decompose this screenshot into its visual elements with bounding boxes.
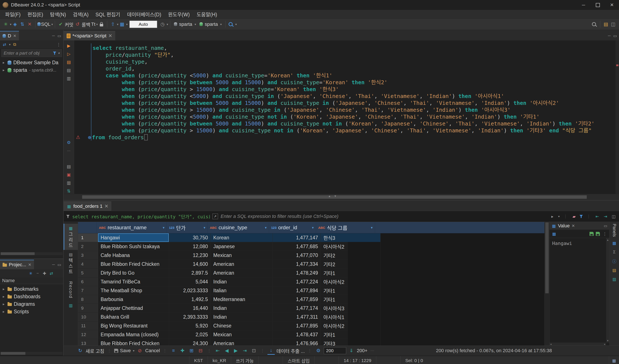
column-filter-icon[interactable]: ▾	[371, 226, 373, 230]
editor-canvas[interactable]: ⚠ select restaurant_name, price/quantity…	[74, 40, 616, 194]
code-line[interactable]: order_id,	[93, 65, 594, 72]
code-area[interactable]: select restaurant_name, price/quantity "…	[93, 45, 594, 141]
link-with-editor-icon[interactable]: ⧉	[12, 42, 17, 47]
column-header-4[interactable]: ABC식당 그룹▾	[316, 222, 375, 233]
column-filter-icon[interactable]: ▾	[312, 226, 314, 230]
first-row-icon[interactable]: ⇤	[214, 347, 222, 354]
collapse-all-icon[interactable]: ⇄	[2, 42, 7, 47]
timezone-indicator[interactable]: KST	[189, 356, 208, 364]
maximize-panel-icon[interactable]: ▭	[57, 34, 61, 38]
chevron-down-icon[interactable]: ▾	[9, 43, 11, 46]
code-line[interactable]: when (price/quantity between 5000 and 15…	[93, 120, 594, 127]
expand-chevron-icon[interactable]: ▸	[2, 68, 6, 72]
table-cell[interactable]: Mexican	[211, 251, 273, 260]
write-mode-indicator[interactable]: 쓰기 가능	[231, 356, 258, 364]
table-cell[interactable]: American	[211, 269, 273, 277]
grid-icon[interactable]: ▦	[118, 21, 126, 28]
table-cell[interactable]: Japanese	[211, 242, 273, 251]
tree-item-sparta[interactable]: ▸sparta - sparta.cbt9...	[0, 67, 63, 74]
value-format-icon[interactable]: ▦	[551, 231, 557, 237]
table-cell[interactable]: Blue Ribbon Fried Chicken	[98, 260, 169, 268]
search-icon[interactable]	[591, 21, 598, 28]
value-hscrollbar[interactable]: ◀▶	[549, 342, 606, 346]
filter-sql-text[interactable]: select restaurant_name, price/quantity "…	[72, 213, 210, 220]
sync-icon[interactable]: ⇅	[19, 21, 26, 28]
scroll-up-icon[interactable]: ▲	[607, 239, 608, 241]
row-number[interactable]: 6	[78, 277, 98, 286]
table-row[interactable]: 4Blue Ribbon Fried Chicken14,600American…	[78, 260, 348, 269]
execute-new-tab-icon[interactable]: ▷	[66, 51, 72, 57]
value-content[interactable]: Hangawi ▲▼ ◀▶	[549, 238, 609, 346]
table-cell[interactable]: Blue Ribbon Fried Chicken	[98, 339, 169, 346]
projects-name-header[interactable]: Name	[0, 277, 63, 284]
table-cell[interactable]: 아시아식2	[321, 322, 380, 330]
table-cell[interactable]: Mediterranean	[211, 295, 273, 304]
export-icon[interactable]: ⇧	[109, 21, 116, 28]
chevron-down-icon[interactable]: ▾	[96, 23, 98, 26]
expand-chevron-icon[interactable]: ▸	[2, 310, 6, 314]
table-cell[interactable]: 14,600	[169, 260, 211, 268]
table-cell[interactable]: 1,478,437	[273, 330, 321, 339]
table-row[interactable]: 3Cafe Habana12,230Mexican1,477,070기타2	[78, 251, 348, 260]
table-cell[interactable]: Indian	[211, 313, 273, 321]
table-row[interactable]: 8Barbounia1,492.5Mediterranean1,477,859기…	[78, 295, 348, 304]
row-number[interactable]: 3	[78, 251, 98, 260]
table-cell[interactable]: 1,477,334	[273, 260, 321, 268]
doc-error-icon[interactable]: ▣	[66, 172, 72, 178]
maximize-editor-icon[interactable]: ▭	[613, 34, 617, 38]
table-cell[interactable]: 5,044	[169, 277, 211, 286]
menu-item[interactable]: 데이터베이스(D)	[124, 10, 165, 18]
caret-position-indicator[interactable]: 14 : 17 : 1229	[339, 356, 376, 364]
settings-gear-icon[interactable]: ⚙	[66, 139, 72, 146]
code-line[interactable]: select restaurant_name,	[93, 45, 594, 52]
table-cell[interactable]: 2,025	[169, 330, 211, 339]
grid-settings-gear-icon[interactable]: ⚙	[315, 347, 322, 354]
maximize-panel-icon[interactable]: ▭	[57, 262, 61, 267]
maximize-panel-icon[interactable]: ▭	[604, 224, 607, 228]
row-number[interactable]: 12	[78, 330, 98, 339]
rollback-icon[interactable]: ↺	[74, 21, 81, 28]
sort-icon[interactable]: ≡	[170, 347, 177, 354]
table-cell[interactable]: 1,477,894	[273, 286, 321, 295]
clock-icon[interactable]: ◷	[159, 21, 166, 28]
swap-panels-icon[interactable]: ⇅	[66, 188, 72, 194]
table-cell[interactable]: Hangawi	[98, 233, 169, 242]
sidebar-item-diagrams[interactable]: ▸Diagrams	[0, 300, 63, 308]
insert-mode-indicator[interactable]: 스마트 삽입	[283, 356, 314, 364]
statusbar-panel-icon[interactable]: ▦	[609, 356, 619, 364]
table-cell[interactable]: Empanada Mama (closed)	[98, 330, 169, 339]
table-row[interactable]: 9Anjappar Chettinad16,440Indian1,477,174…	[78, 304, 348, 313]
apply-filter-icon[interactable]: ▸	[549, 214, 555, 219]
execute-statement-icon[interactable]: ▶	[66, 42, 72, 49]
table-cell[interactable]: 24,300	[169, 339, 211, 346]
commit-icon[interactable]: ✔	[57, 21, 64, 28]
close-icon[interactable]: ✕	[13, 34, 16, 38]
collapse-icon[interactable]: −	[35, 270, 41, 276]
script-icon[interactable]: ▤	[66, 67, 72, 73]
scrollbar-thumb[interactable]	[1, 352, 25, 355]
table-cell[interactable]: Indian	[211, 304, 273, 312]
execute-script-icon[interactable]: ▤	[66, 59, 72, 65]
table-cell[interactable]: Tamarind TriBeCa	[98, 277, 169, 286]
focus-row-icon[interactable]: ⊡	[250, 347, 258, 354]
sql-editor-button[interactable]: SQL	[41, 22, 51, 27]
code-line[interactable]: when (price/quantity <5000) and cuisine_…	[93, 93, 594, 100]
scroll-down-icon[interactable]: ▼	[607, 339, 608, 342]
minimize-panel-icon[interactable]: ─	[52, 34, 55, 38]
editor-overview-ruler[interactable]	[616, 40, 619, 194]
row-number[interactable]: 5	[78, 269, 98, 277]
row-number[interactable]: 10	[78, 313, 98, 321]
scrollbar-thumb[interactable]	[1, 252, 35, 255]
table-cell[interactable]: Blue Ribbon Sushi Izakaya	[98, 242, 169, 251]
menu-item[interactable]: SQL 편집기	[92, 10, 124, 18]
code-line[interactable]: cuisine_type,	[93, 58, 594, 65]
minimize-button[interactable]: ─	[577, 0, 591, 10]
table-cell[interactable]: 기타2	[321, 260, 380, 268]
column-header-3[interactable]: 123order_id▾	[269, 222, 316, 233]
column-filter-icon[interactable]: ▾	[265, 226, 267, 230]
table-cell[interactable]: 2,897.5	[169, 269, 211, 277]
rollback-button[interactable]: 롤백	[82, 21, 90, 28]
view-menu-icon[interactable]: ⋮	[56, 42, 61, 47]
filter-funnel-icon[interactable]	[53, 52, 56, 55]
column-header-2[interactable]: ABCcuisine_type▾	[208, 222, 269, 233]
